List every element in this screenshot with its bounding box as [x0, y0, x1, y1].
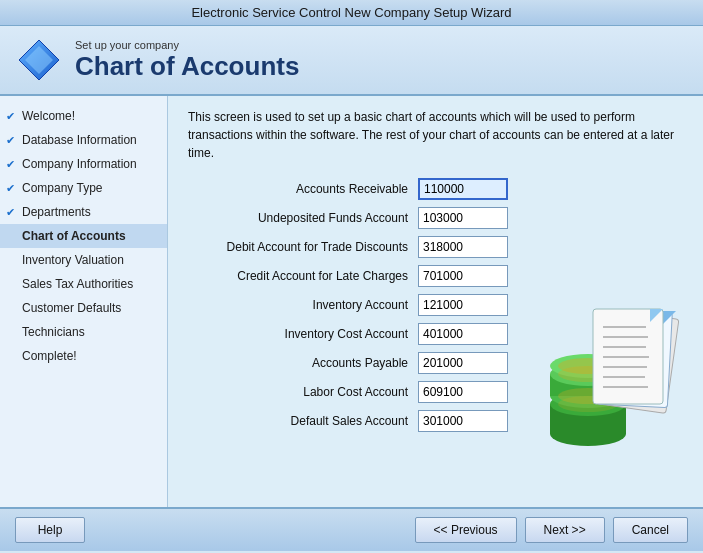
sidebar-item-customer-defaults[interactable]: Customer Defaults [0, 296, 167, 320]
field-input-undeposited-funds[interactable] [418, 207, 508, 229]
sidebar-item-departments[interactable]: ✔Departments [0, 200, 167, 224]
form-row-accounts-receivable: Accounts Receivable [188, 178, 683, 200]
field-label-debit-trade-discounts: Debit Account for Trade Discounts [188, 240, 418, 254]
sidebar-item-inventory-valuation[interactable]: Inventory Valuation [0, 248, 167, 272]
sidebar-item-label: Welcome! [22, 109, 75, 123]
sidebar-item-company-info[interactable]: ✔Company Information [0, 152, 167, 176]
checkmark-icon: ✔ [6, 158, 15, 171]
sidebar-item-label: Chart of Accounts [22, 229, 126, 243]
field-label-credit-late-charges: Credit Account for Late Charges [188, 269, 418, 283]
header-area: Set up your company Chart of Accounts [0, 26, 703, 96]
footer-right: << Previous Next >> Cancel [415, 517, 688, 543]
sidebar-item-company-type[interactable]: ✔Company Type [0, 176, 167, 200]
sidebar-item-database-info[interactable]: ✔Database Information [0, 128, 167, 152]
sidebar-item-label: Company Type [22, 181, 103, 195]
checkmark-icon: ✔ [6, 110, 15, 123]
description-text: This screen is used to set up a basic ch… [188, 108, 683, 162]
field-label-labor-cost-account: Labor Cost Account [188, 385, 418, 399]
illustration [528, 299, 688, 452]
sidebar: ✔Welcome!✔Database Information✔Company I… [0, 96, 168, 507]
previous-button[interactable]: << Previous [415, 517, 517, 543]
field-input-accounts-payable[interactable] [418, 352, 508, 374]
header-subtitle: Set up your company [75, 39, 299, 51]
form-row-debit-trade-discounts: Debit Account for Trade Discounts [188, 236, 683, 258]
form-row-credit-late-charges: Credit Account for Late Charges [188, 265, 683, 287]
field-input-accounts-receivable[interactable] [418, 178, 508, 200]
field-input-credit-late-charges[interactable] [418, 265, 508, 287]
content-area: ✔Welcome!✔Database Information✔Company I… [0, 96, 703, 507]
field-input-labor-cost-account[interactable] [418, 381, 508, 403]
sidebar-item-label: Database Information [22, 133, 137, 147]
main-container: Set up your company Chart of Accounts ✔W… [0, 26, 703, 551]
sidebar-item-label: Company Information [22, 157, 137, 171]
sidebar-item-label: Departments [22, 205, 91, 219]
checkmark-icon: ✔ [6, 206, 15, 219]
title-bar: Electronic Service Control New Company S… [0, 0, 703, 26]
next-button[interactable]: Next >> [525, 517, 605, 543]
sidebar-item-label: Complete! [22, 349, 77, 363]
sidebar-item-label: Inventory Valuation [22, 253, 124, 267]
checkmark-icon: ✔ [6, 134, 15, 147]
sidebar-item-sales-tax-authorities[interactable]: Sales Tax Authorities [0, 272, 167, 296]
sidebar-item-label: Sales Tax Authorities [22, 277, 133, 291]
sidebar-item-complete[interactable]: Complete! [0, 344, 167, 368]
sidebar-item-welcome[interactable]: ✔Welcome! [0, 104, 167, 128]
wizard-icon [15, 36, 63, 84]
field-label-undeposited-funds: Undeposited Funds Account [188, 211, 418, 225]
sidebar-item-label: Technicians [22, 325, 85, 339]
field-input-inventory-account[interactable] [418, 294, 508, 316]
form-row-undeposited-funds: Undeposited Funds Account [188, 207, 683, 229]
field-label-inventory-account: Inventory Account [188, 298, 418, 312]
main-panel: This screen is used to set up a basic ch… [168, 96, 703, 507]
footer: Help << Previous Next >> Cancel [0, 507, 703, 551]
cancel-button[interactable]: Cancel [613, 517, 688, 543]
field-label-accounts-payable: Accounts Payable [188, 356, 418, 370]
field-input-inventory-cost-account[interactable] [418, 323, 508, 345]
checkmark-icon: ✔ [6, 182, 15, 195]
help-button[interactable]: Help [15, 517, 85, 543]
sidebar-item-technicians[interactable]: Technicians [0, 320, 167, 344]
field-label-inventory-cost-account: Inventory Cost Account [188, 327, 418, 341]
field-input-default-sales-account[interactable] [418, 410, 508, 432]
header-title: Chart of Accounts [75, 51, 299, 82]
field-input-debit-trade-discounts[interactable] [418, 236, 508, 258]
sidebar-item-label: Customer Defaults [22, 301, 121, 315]
footer-left: Help [15, 517, 85, 543]
title-bar-text: Electronic Service Control New Company S… [191, 5, 511, 20]
field-label-default-sales-account: Default Sales Account [188, 414, 418, 428]
header-text-group: Set up your company Chart of Accounts [75, 39, 299, 82]
sidebar-item-chart-of-accounts[interactable]: Chart of Accounts [0, 224, 167, 248]
field-label-accounts-receivable: Accounts Receivable [188, 182, 418, 196]
